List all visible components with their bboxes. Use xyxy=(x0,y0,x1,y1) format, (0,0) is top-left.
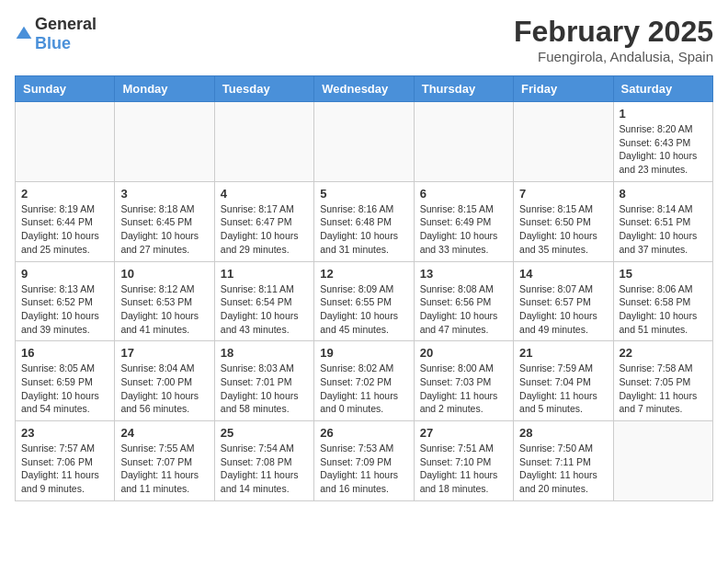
logo-text: General Blue xyxy=(35,15,97,53)
day-cell: 9Sunrise: 8:13 AM Sunset: 6:52 PM Daylig… xyxy=(16,261,115,341)
page-header: General Blue February 2025 Fuengirola, A… xyxy=(15,15,713,64)
day-cell: 8Sunrise: 8:14 AM Sunset: 6:51 PM Daylig… xyxy=(613,181,712,261)
day-cell: 24Sunrise: 7:55 AM Sunset: 7:07 PM Dayli… xyxy=(115,421,214,501)
day-cell xyxy=(613,421,712,501)
day-number: 11 xyxy=(221,267,308,281)
weekday-header-friday: Friday xyxy=(514,76,613,102)
calendar-table: SundayMondayTuesdayWednesdayThursdayFrid… xyxy=(15,75,713,501)
day-number: 13 xyxy=(420,267,507,281)
day-info: Sunrise: 8:15 AM Sunset: 6:49 PM Dayligh… xyxy=(420,202,507,257)
day-number: 12 xyxy=(320,267,407,281)
day-number: 9 xyxy=(21,267,108,281)
day-info: Sunrise: 8:00 AM Sunset: 7:03 PM Dayligh… xyxy=(420,362,507,416)
day-info: Sunrise: 7:54 AM Sunset: 7:08 PM Dayligh… xyxy=(221,442,308,496)
day-number: 3 xyxy=(120,187,208,201)
day-info: Sunrise: 8:07 AM Sunset: 6:57 PM Dayligh… xyxy=(519,282,607,337)
day-info: Sunrise: 8:20 AM Sunset: 6:43 PM Dayligh… xyxy=(620,122,707,177)
weekday-header-monday: Monday xyxy=(115,76,214,102)
day-number: 24 xyxy=(120,426,208,440)
day-cell xyxy=(514,102,613,182)
weekday-header-tuesday: Tuesday xyxy=(214,76,313,102)
day-cell: 14Sunrise: 8:07 AM Sunset: 6:57 PM Dayli… xyxy=(514,261,613,341)
day-info: Sunrise: 8:17 AM Sunset: 6:47 PM Dayligh… xyxy=(221,202,308,257)
day-info: Sunrise: 8:09 AM Sunset: 6:55 PM Dayligh… xyxy=(320,282,407,337)
day-info: Sunrise: 8:03 AM Sunset: 7:01 PM Dayligh… xyxy=(221,362,308,416)
day-cell: 13Sunrise: 8:08 AM Sunset: 6:56 PM Dayli… xyxy=(414,261,513,341)
day-info: Sunrise: 8:15 AM Sunset: 6:50 PM Dayligh… xyxy=(519,202,607,257)
week-row-2: 2Sunrise: 8:19 AM Sunset: 6:44 PM Daylig… xyxy=(16,181,713,261)
day-number: 17 xyxy=(120,346,208,360)
day-cell: 17Sunrise: 8:04 AM Sunset: 7:00 PM Dayli… xyxy=(115,341,214,421)
day-cell xyxy=(414,102,513,182)
day-number: 28 xyxy=(519,426,607,440)
day-cell: 3Sunrise: 8:18 AM Sunset: 6:45 PM Daylig… xyxy=(115,181,214,261)
day-info: Sunrise: 7:50 AM Sunset: 7:11 PM Dayligh… xyxy=(519,442,607,496)
day-cell: 4Sunrise: 8:17 AM Sunset: 6:47 PM Daylig… xyxy=(214,181,313,261)
day-cell: 7Sunrise: 8:15 AM Sunset: 6:50 PM Daylig… xyxy=(514,181,613,261)
weekday-header-sunday: Sunday xyxy=(16,76,115,102)
logo-icon xyxy=(15,25,33,43)
day-info: Sunrise: 8:13 AM Sunset: 6:52 PM Dayligh… xyxy=(21,282,108,337)
day-cell: 22Sunrise: 7:58 AM Sunset: 7:05 PM Dayli… xyxy=(613,341,712,421)
day-number: 5 xyxy=(320,187,407,201)
title-block: February 2025 Fuengirola, Andalusia, Spa… xyxy=(514,15,713,64)
week-row-1: 1Sunrise: 8:20 AM Sunset: 6:43 PM Daylig… xyxy=(16,102,713,182)
day-info: Sunrise: 7:57 AM Sunset: 7:06 PM Dayligh… xyxy=(21,442,108,496)
day-cell: 11Sunrise: 8:11 AM Sunset: 6:54 PM Dayli… xyxy=(214,261,313,341)
day-number: 8 xyxy=(620,187,707,201)
day-number: 27 xyxy=(420,426,507,440)
location-title: Fuengirola, Andalusia, Spain xyxy=(514,49,713,64)
day-number: 19 xyxy=(320,346,407,360)
day-info: Sunrise: 8:14 AM Sunset: 6:51 PM Dayligh… xyxy=(620,202,707,257)
day-number: 20 xyxy=(420,346,507,360)
logo: General Blue xyxy=(15,15,97,53)
day-info: Sunrise: 8:19 AM Sunset: 6:44 PM Dayligh… xyxy=(21,202,108,257)
day-info: Sunrise: 8:18 AM Sunset: 6:45 PM Dayligh… xyxy=(120,202,208,257)
day-number: 26 xyxy=(320,426,407,440)
day-number: 14 xyxy=(519,267,607,281)
day-number: 15 xyxy=(620,267,707,281)
day-cell: 5Sunrise: 8:16 AM Sunset: 6:48 PM Daylig… xyxy=(314,181,414,261)
week-row-5: 23Sunrise: 7:57 AM Sunset: 7:06 PM Dayli… xyxy=(16,421,713,501)
day-number: 16 xyxy=(21,346,108,360)
day-cell: 27Sunrise: 7:51 AM Sunset: 7:10 PM Dayli… xyxy=(414,421,513,501)
day-number: 7 xyxy=(519,187,607,201)
week-row-4: 16Sunrise: 8:05 AM Sunset: 6:59 PM Dayli… xyxy=(16,341,713,421)
logo-general: General xyxy=(35,15,97,33)
week-row-3: 9Sunrise: 8:13 AM Sunset: 6:52 PM Daylig… xyxy=(16,261,713,341)
day-cell: 21Sunrise: 7:59 AM Sunset: 7:04 PM Dayli… xyxy=(514,341,613,421)
weekday-header-wednesday: Wednesday xyxy=(314,76,414,102)
weekday-header-saturday: Saturday xyxy=(613,76,712,102)
day-cell: 20Sunrise: 8:00 AM Sunset: 7:03 PM Dayli… xyxy=(414,341,513,421)
logo-blue: Blue xyxy=(35,34,71,52)
day-number: 6 xyxy=(420,187,507,201)
svg-marker-0 xyxy=(17,27,32,39)
day-info: Sunrise: 7:55 AM Sunset: 7:07 PM Dayligh… xyxy=(120,442,208,496)
day-cell: 12Sunrise: 8:09 AM Sunset: 6:55 PM Dayli… xyxy=(314,261,414,341)
weekday-header-thursday: Thursday xyxy=(414,76,513,102)
day-cell: 10Sunrise: 8:12 AM Sunset: 6:53 PM Dayli… xyxy=(115,261,214,341)
day-info: Sunrise: 8:11 AM Sunset: 6:54 PM Dayligh… xyxy=(221,282,308,337)
day-cell: 23Sunrise: 7:57 AM Sunset: 7:06 PM Dayli… xyxy=(16,421,115,501)
weekday-header-row: SundayMondayTuesdayWednesdayThursdayFrid… xyxy=(16,76,713,102)
day-info: Sunrise: 8:16 AM Sunset: 6:48 PM Dayligh… xyxy=(320,202,407,257)
day-info: Sunrise: 7:58 AM Sunset: 7:05 PM Dayligh… xyxy=(620,362,707,416)
day-cell: 16Sunrise: 8:05 AM Sunset: 6:59 PM Dayli… xyxy=(16,341,115,421)
day-number: 25 xyxy=(221,426,308,440)
day-cell: 15Sunrise: 8:06 AM Sunset: 6:58 PM Dayli… xyxy=(613,261,712,341)
month-title: February 2025 xyxy=(514,15,713,49)
day-info: Sunrise: 7:51 AM Sunset: 7:10 PM Dayligh… xyxy=(420,442,507,496)
day-info: Sunrise: 7:59 AM Sunset: 7:04 PM Dayligh… xyxy=(519,362,607,416)
day-info: Sunrise: 8:04 AM Sunset: 7:00 PM Dayligh… xyxy=(120,362,208,416)
day-number: 10 xyxy=(120,267,208,281)
day-cell: 26Sunrise: 7:53 AM Sunset: 7:09 PM Dayli… xyxy=(314,421,414,501)
day-number: 23 xyxy=(21,426,108,440)
day-info: Sunrise: 8:12 AM Sunset: 6:53 PM Dayligh… xyxy=(120,282,208,337)
day-info: Sunrise: 7:53 AM Sunset: 7:09 PM Dayligh… xyxy=(320,442,407,496)
day-cell xyxy=(314,102,414,182)
day-number: 4 xyxy=(221,187,308,201)
day-cell: 28Sunrise: 7:50 AM Sunset: 7:11 PM Dayli… xyxy=(514,421,613,501)
day-cell xyxy=(16,102,115,182)
day-cell: 6Sunrise: 8:15 AM Sunset: 6:49 PM Daylig… xyxy=(414,181,513,261)
day-info: Sunrise: 8:06 AM Sunset: 6:58 PM Dayligh… xyxy=(620,282,707,337)
